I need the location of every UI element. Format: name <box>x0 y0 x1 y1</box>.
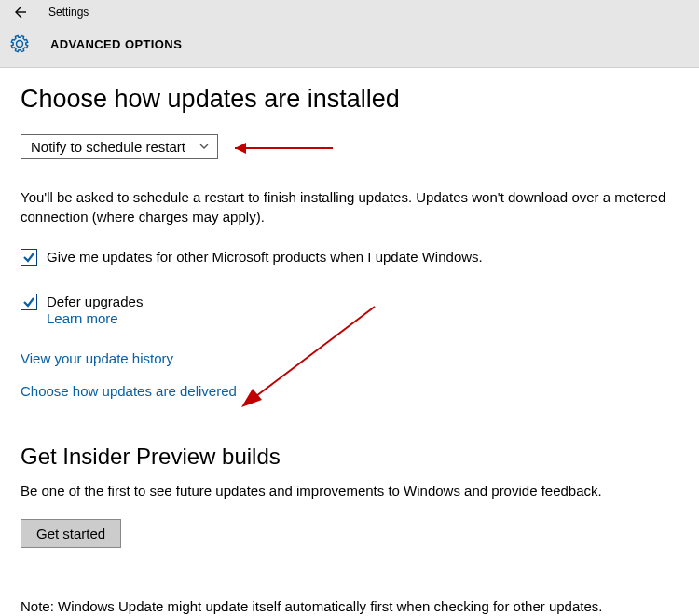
back-button[interactable] <box>11 4 28 21</box>
chevron-down-icon <box>199 139 210 155</box>
annotation-arrow-icon <box>216 138 337 158</box>
checkbox-other-products-label: Give me updates for other Microsoft prod… <box>47 249 483 265</box>
dropdown-value: Notify to schedule restart <box>31 139 185 155</box>
content-area: Choose how updates are installed Notify … <box>0 68 699 616</box>
annotation-arrow-icon <box>230 299 389 411</box>
check-icon <box>22 295 35 308</box>
window-title: Settings <box>48 6 89 19</box>
check-icon <box>22 251 35 264</box>
arrow-left-icon <box>12 5 27 20</box>
checkbox-other-products[interactable] <box>21 249 37 266</box>
update-note: Note: Windows Update might update itself… <box>21 598 678 614</box>
get-started-button[interactable]: Get started <box>21 519 121 548</box>
page-title: ADVANCED OPTIONS <box>50 37 182 51</box>
title-bar: Settings <box>0 0 699 24</box>
gear-icon <box>7 34 32 54</box>
checkbox-defer-upgrades[interactable] <box>21 294 37 310</box>
install-mode-dropdown[interactable]: Notify to schedule restart <box>21 134 218 159</box>
settings-header: Settings ADVANCED OPTIONS <box>0 0 699 68</box>
insider-heading: Get Insider Preview builds <box>21 444 678 470</box>
svg-marker-4 <box>241 389 262 407</box>
updates-heading: Choose how updates are installed <box>21 85 678 114</box>
svg-marker-2 <box>235 143 246 154</box>
breadcrumb: ADVANCED OPTIONS <box>0 24 699 60</box>
svg-line-3 <box>249 307 375 402</box>
checkbox-defer-upgrades-label: Defer upgrades <box>47 294 143 309</box>
insider-description: Be one of the first to see future update… <box>21 483 678 499</box>
install-mode-description: You'll be asked to schedule a restart to… <box>21 187 678 226</box>
